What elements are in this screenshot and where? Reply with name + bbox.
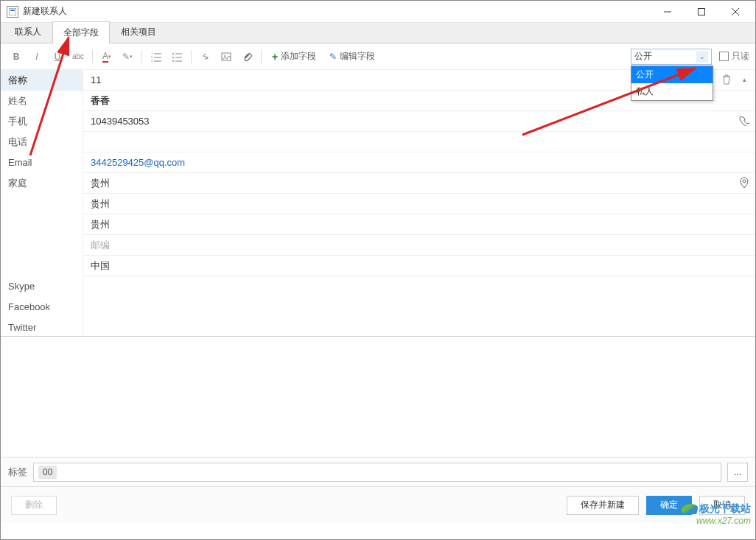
font-color-button[interactable]: A ▾: [97, 47, 116, 66]
label-email[interactable]: Email: [1, 152, 83, 173]
highlight-button[interactable]: ✎ ▾: [118, 47, 137, 66]
location-icon[interactable]: [738, 176, 751, 189]
svg-rect-1: [10, 10, 15, 11]
privacy-option-private[interactable]: 私人: [631, 83, 713, 100]
tags-bar: 标签 00 ...: [1, 457, 755, 486]
label-home-spacer4: [1, 235, 83, 256]
label-home[interactable]: 家庭: [1, 173, 83, 194]
edit-field-button[interactable]: ✎编辑字段: [323, 47, 381, 66]
readonly-checkbox[interactable]: 只读: [719, 50, 749, 63]
numbered-list-button[interactable]: 123: [147, 47, 166, 66]
value-twitter[interactable]: [83, 318, 755, 337]
svg-point-14: [172, 57, 174, 58]
mobile-text: 10439453053: [91, 116, 150, 127]
value-skype[interactable]: [83, 276, 755, 297]
value-home-addr2[interactable]: 贵州: [83, 194, 755, 214]
privacy-dropdown: 公开 私人: [631, 66, 713, 101]
label-home-spacer2: [1, 194, 83, 214]
readonly-label: 只读: [732, 50, 749, 63]
tab-contact[interactable]: 联系人: [4, 21, 52, 43]
titlebar: 新建联系人: [1, 1, 755, 23]
footer: 删除 保存并新建 确定 取消: [1, 486, 755, 523]
close-button[interactable]: [718, 1, 752, 23]
value-mobile[interactable]: 10439453053: [83, 111, 755, 132]
add-field-button[interactable]: +添加字段: [266, 47, 322, 66]
label-mobile[interactable]: 手机: [1, 111, 83, 132]
separator: [261, 50, 262, 63]
label-twitter[interactable]: Twitter: [1, 318, 83, 337]
toolbar: B I U abc A ▾ ✎ ▾ 123 +添加字段 ✎编辑字段 公开 ⌄ 公…: [1, 43, 755, 70]
label-phone[interactable]: 电话: [1, 132, 83, 152]
ok-button[interactable]: 确定: [646, 496, 692, 515]
minimize-button[interactable]: [651, 1, 685, 23]
value-email[interactable]: 3442529425@qq.com: [83, 152, 755, 173]
tabbar: 联系人 全部字段 相关项目: [1, 23, 755, 43]
strikethrough-button[interactable]: abc: [69, 47, 88, 66]
save-and-new-button[interactable]: 保存并新建: [567, 496, 639, 515]
expand-icon[interactable]: ▴: [738, 73, 751, 86]
pencil-icon: ✎: [329, 52, 337, 62]
image-button[interactable]: [217, 47, 236, 66]
value-phone[interactable]: [83, 132, 755, 152]
label-nickname[interactable]: 俗称: [1, 70, 83, 91]
svg-point-16: [172, 60, 174, 62]
bullet-list-button[interactable]: [167, 47, 186, 66]
underline-button[interactable]: U: [48, 47, 67, 66]
checkbox-icon: [719, 52, 729, 61]
add-field-label: 添加字段: [281, 50, 316, 63]
email-text: 3442529425@qq.com: [91, 157, 185, 168]
field-values-column: 11 ↑ ↓ ▴ 香香 10439453053 3442529425@qq.co…: [83, 70, 755, 336]
edit-field-label: 编辑字段: [340, 50, 375, 63]
svg-point-12: [172, 53, 174, 55]
addr1-text: 贵州: [91, 177, 110, 190]
privacy-select[interactable]: 公开 ⌄ 公开 私人: [631, 49, 712, 65]
tag-chip[interactable]: 00: [38, 466, 57, 479]
svg-rect-0: [9, 8, 16, 15]
field-labels-column: 俗称 姓名 手机 电话 Email 家庭 Skype Facebook Twit…: [1, 70, 83, 336]
value-home-addr1[interactable]: 贵州: [83, 173, 755, 194]
separator: [191, 50, 192, 63]
svg-point-19: [224, 55, 225, 57]
tab-related[interactable]: 相关项目: [110, 21, 167, 43]
postal-placeholder: 邮编: [91, 239, 110, 252]
value-home-postal[interactable]: 邮编: [83, 235, 755, 256]
label-skype[interactable]: Skype: [1, 276, 83, 297]
label-home-spacer3: [1, 214, 83, 235]
addr3-text: 贵州: [91, 218, 110, 231]
country-text: 中国: [91, 259, 110, 273]
bold-button[interactable]: B: [7, 47, 26, 66]
privacy-selected-label: 公开: [634, 50, 652, 63]
value-home-addr3[interactable]: 贵州: [83, 214, 755, 235]
label-facebook[interactable]: Facebook: [1, 297, 83, 318]
label-home-spacer5: [1, 256, 83, 276]
cancel-button[interactable]: 取消: [699, 496, 745, 515]
maximize-button[interactable]: [685, 1, 718, 23]
fields-content: 俗称 姓名 手机 电话 Email 家庭 Skype Facebook Twit…: [1, 70, 755, 337]
nickname-text: 11: [91, 74, 101, 85]
name-text: 香香: [91, 94, 110, 108]
value-home-country[interactable]: 中国: [83, 256, 755, 276]
addr2-text: 贵州: [91, 197, 110, 211]
italic-button[interactable]: I: [27, 47, 46, 66]
app-icon: [7, 6, 18, 18]
value-facebook[interactable]: [83, 297, 755, 318]
tags-more-button[interactable]: ...: [727, 463, 748, 482]
window-title: 新建联系人: [23, 5, 651, 18]
svg-rect-3: [699, 8, 705, 15]
delete-row-icon[interactable]: [720, 73, 733, 86]
plus-icon: +: [272, 51, 278, 63]
privacy-option-public[interactable]: 公开: [631, 66, 713, 83]
attachment-button[interactable]: [237, 47, 256, 66]
svg-text:3: 3: [151, 59, 153, 62]
tags-label: 标签: [8, 466, 27, 479]
chevron-down-icon: ⌄: [696, 51, 708, 63]
phone-icon[interactable]: [738, 114, 751, 127]
link-button[interactable]: [196, 47, 215, 66]
tags-input[interactable]: 00: [33, 463, 721, 482]
notes-area[interactable]: [1, 337, 755, 457]
separator: [141, 50, 142, 63]
tab-all-fields[interactable]: 全部字段: [52, 21, 110, 43]
delete-button[interactable]: 删除: [11, 496, 57, 515]
separator: [92, 50, 93, 63]
label-name[interactable]: 姓名: [1, 91, 83, 111]
